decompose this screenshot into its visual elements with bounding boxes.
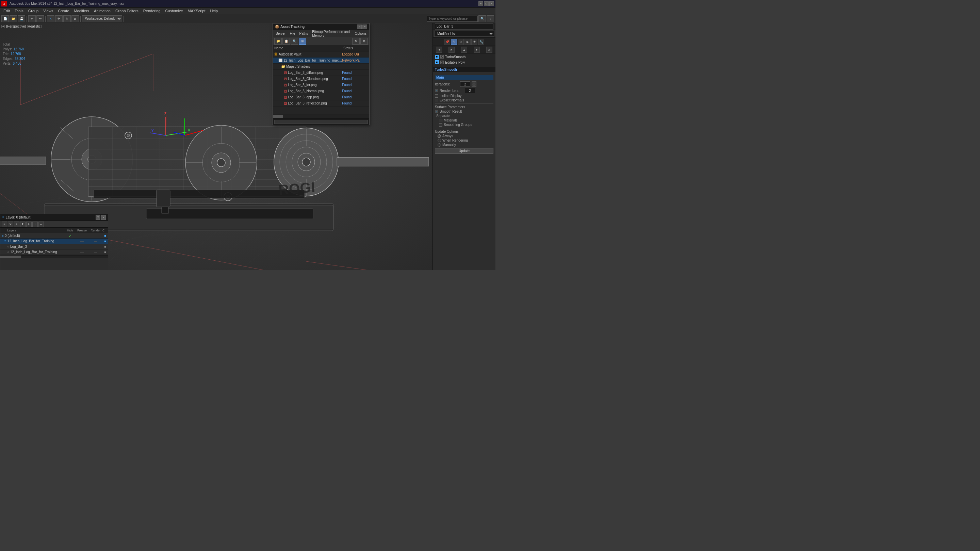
ts-explicit-normals-checkbox[interactable]: [435, 99, 438, 102]
layer-btn-delete[interactable]: ✕: [8, 221, 13, 227]
menu-maxscript[interactable]: MAXScript: [186, 8, 208, 14]
workspace-dropdown[interactable]: Workspace: Default: [82, 15, 122, 22]
asset-btn-4[interactable]: ⊞: [299, 38, 306, 45]
ts-iter-up[interactable]: ▲: [472, 81, 476, 84]
hscroll-thumb[interactable]: [273, 115, 283, 118]
rp-icon-hierarchy[interactable]: ⊙: [458, 39, 464, 45]
minimize-button[interactable]: −: [479, 2, 483, 6]
ts-always-radio[interactable]: [438, 134, 441, 138]
layer-panel-help[interactable]: ?: [95, 215, 100, 220]
layer-btn-move1[interactable]: ⬆: [20, 221, 25, 227]
close-button[interactable]: ×: [489, 2, 494, 6]
file-row-reflection[interactable]: 🖼 Log_Bar_3_reflection.png Found: [273, 100, 369, 107]
layer-btn-move2[interactable]: ⬇: [26, 221, 32, 227]
viewport-3d[interactable]: ROGI X Y Z [+] [Perspective] [Realistic]: [0, 23, 433, 270]
file-row-opp[interactable]: 🖼 Log_Bar_3_opp.png Found: [273, 94, 369, 100]
rp-icon-modify[interactable]: ✎: [451, 39, 457, 45]
menu-customize[interactable]: Customize: [163, 8, 185, 14]
rp-object-name-input[interactable]: [435, 24, 493, 30]
ts-smoothing-groups-checkbox[interactable]: [439, 123, 442, 127]
layer-btn-move4[interactable]: ↔: [38, 221, 44, 227]
menu-group[interactable]: Group: [26, 8, 41, 14]
asset-menu-options[interactable]: Options: [353, 31, 368, 36]
menu-rendering[interactable]: Rendering: [141, 8, 163, 14]
menu-tools[interactable]: Tools: [13, 8, 25, 14]
asset-panel-close[interactable]: ×: [363, 24, 367, 29]
ts-when-rendering-radio[interactable]: [438, 139, 441, 142]
ts-render-iters-checkbox[interactable]: ✓: [435, 89, 438, 92]
asset-menu-paths[interactable]: Paths: [298, 31, 310, 36]
ts-render-iters-input[interactable]: [465, 88, 475, 93]
ts-materials-checkbox[interactable]: [439, 119, 442, 122]
asset-hscrollbar[interactable]: [273, 114, 369, 118]
rp-icon-pin[interactable]: 📌: [444, 39, 450, 45]
ts-manually-radio[interactable]: [438, 143, 441, 147]
toolbar-redo[interactable]: ↪: [37, 15, 44, 22]
rp-nav-home[interactable]: ⌂: [486, 47, 492, 53]
layer-scroll-thumb[interactable]: [0, 256, 21, 258]
asset-menu-bitmap[interactable]: Bitmap Performance and Memory: [311, 30, 352, 38]
asset-menu-file[interactable]: File: [288, 31, 296, 36]
asset-panel-minimize[interactable]: −: [357, 24, 362, 29]
rp-params-area[interactable]: TurboSmooth Main Iterations: ▲ ▼ ✓ Rende…: [433, 67, 495, 270]
layer-row-12inch[interactable]: ≡ 12_Inch_Log_Bar_for_Training — — ■: [0, 239, 108, 244]
rp-nav-up[interactable]: ▲: [461, 47, 467, 53]
asset-settings-btn[interactable]: ⚙: [360, 38, 368, 45]
rp-nav-right[interactable]: ►: [449, 47, 455, 53]
layer-btn-move3[interactable]: ↕: [32, 221, 38, 227]
menu-modifiers[interactable]: Modifiers: [72, 8, 91, 14]
layer-row-12inchobj[interactable]: ○ 12_Inch_Log_Bar_for_Training — — ■: [0, 250, 108, 255]
maximize-button[interactable]: □: [484, 2, 488, 6]
toolbar-scale[interactable]: ⊠: [72, 15, 79, 22]
layer-row-logbar3[interactable]: ○ Log_Bar_3 — — ■: [0, 244, 108, 250]
ts-smooth-result-checkbox[interactable]: ✓: [435, 110, 438, 113]
file-row-vault[interactable]: 🏛 Autodesk Vault Logged Ou: [273, 51, 369, 57]
search-input[interactable]: [427, 16, 478, 22]
layer-btn-icon[interactable]: ≡: [2, 221, 7, 227]
rp-icon-display[interactable]: 👁: [471, 39, 477, 45]
layer-row-default[interactable]: ≡ 0 (default) ✓ — — ■: [0, 233, 108, 239]
menu-graph-editors[interactable]: Graph Editors: [113, 8, 140, 14]
mod-item-editablepoly[interactable]: ■ ✓ Editable Poly: [434, 60, 495, 65]
mod-item-turbosmooth[interactable]: ■ ✓ TurboSmooth: [434, 54, 495, 60]
asset-refresh-btn[interactable]: ↻: [352, 38, 360, 45]
menu-views[interactable]: Views: [41, 8, 55, 14]
help-button[interactable]: ?: [487, 15, 494, 22]
rp-nav-left[interactable]: ◄: [436, 47, 442, 53]
ts-update-button[interactable]: Update: [435, 148, 493, 154]
file-row-maps[interactable]: 📁 Maps / Shaders: [273, 64, 369, 70]
ts-isoline-label: Isoline Display: [440, 94, 463, 98]
toolbar-move[interactable]: ✛: [55, 15, 63, 22]
rp-icon-motion[interactable]: ▶: [465, 39, 471, 45]
asset-btn-3[interactable]: 🔍: [291, 38, 298, 45]
file-row-maxfile[interactable]: ⬜ 12_Inch_Log_Bar_for_Training_max_vray.…: [273, 57, 369, 64]
layer-btn-add[interactable]: +: [14, 221, 19, 227]
asset-btn-2[interactable]: 📋: [282, 38, 290, 45]
toolbar-undo[interactable]: ↩: [28, 15, 36, 22]
search-button[interactable]: 🔍: [479, 15, 486, 22]
menu-animation[interactable]: Animation: [92, 8, 113, 14]
ts-iter-down[interactable]: ▼: [472, 84, 476, 87]
file-row-glossines[interactable]: 🖼 Log_Bar_3_Glossines.png Found: [273, 76, 369, 82]
asset-file-list[interactable]: 🏛 Autodesk Vault Logged Ou ⬜ 12_Inch_Log…: [273, 51, 369, 114]
layer-hscrollbar[interactable]: [0, 255, 108, 258]
toolbar-rotate[interactable]: ↻: [63, 15, 71, 22]
menu-edit[interactable]: Edit: [2, 8, 12, 14]
toolbar-open[interactable]: 📂: [10, 15, 17, 22]
file-row-diffuse[interactable]: 🖼 Log_Bar_3_diffuse.png Found: [273, 70, 369, 76]
ts-iterations-input[interactable]: [460, 81, 470, 87]
file-row-normal[interactable]: 🖼 Log_Bar_3_Normal.png Found: [273, 88, 369, 94]
ts-isoline-checkbox[interactable]: [435, 94, 438, 98]
rp-icon-utility[interactable]: 🔧: [478, 39, 484, 45]
menu-create[interactable]: Create: [56, 8, 71, 14]
rp-nav-down[interactable]: ▼: [474, 47, 480, 53]
asset-btn-1[interactable]: 📁: [274, 38, 282, 45]
file-row-ior[interactable]: 🖼 Log_Bar_3_ior.png Found: [273, 82, 369, 88]
toolbar-new[interactable]: 📄: [2, 15, 9, 22]
menu-help[interactable]: Help: [208, 8, 220, 14]
layer-panel-close[interactable]: ×: [101, 215, 106, 220]
toolbar-save[interactable]: 💾: [18, 15, 25, 22]
asset-menu-server[interactable]: Server: [274, 31, 287, 36]
toolbar-select[interactable]: ↖: [47, 15, 54, 22]
modifier-list-dropdown[interactable]: Modifier List: [434, 30, 494, 37]
